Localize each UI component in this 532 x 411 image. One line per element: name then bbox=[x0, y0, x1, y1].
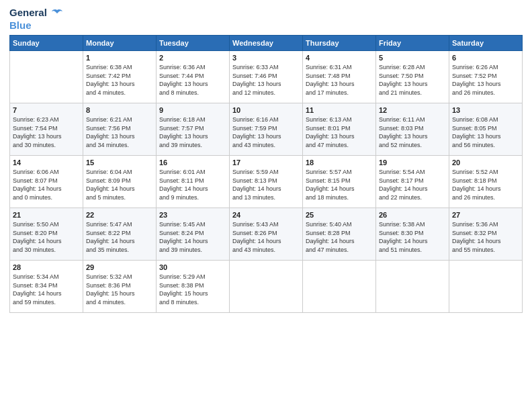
day-number: 18 bbox=[306, 158, 373, 167]
header: General Blue bbox=[9, 7, 523, 31]
day-number: 30 bbox=[159, 263, 226, 271]
day-number: 23 bbox=[159, 211, 226, 219]
cell-w2d3: 17Sunrise: 5:59 AM Sunset: 8:13 PM Dayli… bbox=[230, 156, 303, 208]
cell-w2d6: 20Sunrise: 5:52 AM Sunset: 8:18 PM Dayli… bbox=[449, 156, 523, 208]
day-info: Sunrise: 6:33 AM Sunset: 7:46 PM Dayligh… bbox=[232, 63, 300, 97]
day-info: Sunrise: 5:43 AM Sunset: 8:26 PM Dayligh… bbox=[232, 220, 300, 254]
day-info: Sunrise: 6:08 AM Sunset: 8:05 PM Dayligh… bbox=[452, 116, 519, 149]
cell-w4d0: 28Sunrise: 5:34 AM Sunset: 8:34 PM Dayli… bbox=[10, 261, 83, 313]
cell-w1d2: 9Sunrise: 6:18 AM Sunset: 7:57 PM Daylig… bbox=[157, 103, 230, 156]
day-info: Sunrise: 5:47 AM Sunset: 8:22 PM Dayligh… bbox=[86, 220, 153, 254]
cell-w4d5 bbox=[376, 261, 449, 313]
logo-bird-icon bbox=[51, 7, 63, 19]
cell-w1d5: 12Sunrise: 6:11 AM Sunset: 8:03 PM Dayli… bbox=[376, 103, 449, 156]
cell-w1d0: 7Sunrise: 6:23 AM Sunset: 7:54 PM Daylig… bbox=[10, 103, 83, 156]
day-number: 4 bbox=[306, 54, 373, 62]
day-info: Sunrise: 5:32 AM Sunset: 8:36 PM Dayligh… bbox=[86, 273, 153, 306]
cell-w0d3: 3Sunrise: 6:33 AM Sunset: 7:46 PM Daylig… bbox=[230, 51, 303, 103]
cell-w1d6: 13Sunrise: 6:08 AM Sunset: 8:05 PM Dayli… bbox=[449, 103, 523, 156]
day-info: Sunrise: 6:36 AM Sunset: 7:44 PM Dayligh… bbox=[159, 63, 226, 97]
cell-w0d1: 1Sunrise: 6:38 AM Sunset: 7:42 PM Daylig… bbox=[83, 51, 157, 103]
day-number: 8 bbox=[86, 106, 153, 114]
week-row-2: 7Sunrise: 6:23 AM Sunset: 7:54 PM Daylig… bbox=[10, 103, 523, 156]
day-number: 19 bbox=[379, 158, 446, 167]
cell-w1d4: 11Sunrise: 6:13 AM Sunset: 8:01 PM Dayli… bbox=[303, 103, 376, 156]
cell-w0d5: 5Sunrise: 6:28 AM Sunset: 7:50 PM Daylig… bbox=[376, 51, 449, 103]
day-info: Sunrise: 6:11 AM Sunset: 8:03 PM Dayligh… bbox=[379, 116, 446, 149]
day-number: 6 bbox=[452, 54, 519, 62]
day-number: 10 bbox=[232, 106, 300, 114]
day-info: Sunrise: 5:34 AM Sunset: 8:34 PM Dayligh… bbox=[13, 273, 80, 306]
day-number: 20 bbox=[452, 158, 519, 167]
cell-w2d4: 18Sunrise: 5:57 AM Sunset: 8:15 PM Dayli… bbox=[303, 156, 376, 208]
day-number: 13 bbox=[452, 106, 519, 114]
day-info: Sunrise: 6:16 AM Sunset: 7:59 PM Dayligh… bbox=[232, 116, 300, 149]
calendar-table: SundayMondayTuesdayWednesdayThursdayFrid… bbox=[9, 35, 523, 313]
day-number: 29 bbox=[86, 263, 153, 271]
day-info: Sunrise: 5:38 AM Sunset: 8:30 PM Dayligh… bbox=[379, 220, 446, 254]
week-row-3: 14Sunrise: 6:06 AM Sunset: 8:07 PM Dayli… bbox=[10, 156, 523, 208]
cell-w2d1: 15Sunrise: 6:04 AM Sunset: 8:09 PM Dayli… bbox=[83, 156, 157, 208]
header-row: SundayMondayTuesdayWednesdayThursdayFrid… bbox=[10, 36, 523, 51]
page: General Blue SundayMondayTuesdayWednesda… bbox=[0, 0, 532, 411]
day-number: 1 bbox=[86, 54, 153, 62]
day-info: Sunrise: 6:26 AM Sunset: 7:52 PM Dayligh… bbox=[452, 63, 519, 97]
cell-w2d0: 14Sunrise: 6:06 AM Sunset: 8:07 PM Dayli… bbox=[10, 156, 83, 208]
day-info: Sunrise: 6:28 AM Sunset: 7:50 PM Dayligh… bbox=[379, 63, 446, 97]
day-info: Sunrise: 5:59 AM Sunset: 8:13 PM Dayligh… bbox=[232, 168, 300, 201]
day-number: 21 bbox=[13, 211, 80, 219]
day-number: 27 bbox=[452, 211, 519, 219]
day-info: Sunrise: 5:45 AM Sunset: 8:24 PM Dayligh… bbox=[159, 220, 226, 254]
day-number: 25 bbox=[306, 211, 373, 219]
day-info: Sunrise: 6:23 AM Sunset: 7:54 PM Dayligh… bbox=[13, 116, 80, 149]
day-info: Sunrise: 6:13 AM Sunset: 8:01 PM Dayligh… bbox=[306, 116, 373, 149]
cell-w0d2: 2Sunrise: 6:36 AM Sunset: 7:44 PM Daylig… bbox=[157, 51, 230, 103]
day-info: Sunrise: 5:29 AM Sunset: 8:38 PM Dayligh… bbox=[159, 273, 226, 306]
col-header-saturday: Saturday bbox=[449, 36, 523, 51]
day-number: 15 bbox=[86, 158, 153, 167]
day-info: Sunrise: 5:57 AM Sunset: 8:15 PM Dayligh… bbox=[306, 168, 373, 201]
cell-w4d1: 29Sunrise: 5:32 AM Sunset: 8:36 PM Dayli… bbox=[83, 261, 157, 313]
day-info: Sunrise: 5:52 AM Sunset: 8:18 PM Dayligh… bbox=[452, 168, 519, 201]
day-number: 14 bbox=[13, 158, 80, 167]
cell-w3d4: 25Sunrise: 5:40 AM Sunset: 8:28 PM Dayli… bbox=[303, 208, 376, 261]
col-header-wednesday: Wednesday bbox=[230, 36, 303, 51]
cell-w4d6 bbox=[449, 261, 523, 313]
day-info: Sunrise: 6:01 AM Sunset: 8:11 PM Dayligh… bbox=[159, 168, 226, 201]
day-number: 24 bbox=[232, 211, 300, 219]
col-header-monday: Monday bbox=[83, 36, 157, 51]
cell-w2d5: 19Sunrise: 5:54 AM Sunset: 8:17 PM Dayli… bbox=[376, 156, 449, 208]
cell-w1d3: 10Sunrise: 6:16 AM Sunset: 7:59 PM Dayli… bbox=[230, 103, 303, 156]
cell-w4d2: 30Sunrise: 5:29 AM Sunset: 8:38 PM Dayli… bbox=[157, 261, 230, 313]
cell-w3d3: 24Sunrise: 5:43 AM Sunset: 8:26 PM Dayli… bbox=[230, 208, 303, 261]
day-number: 26 bbox=[379, 211, 446, 219]
day-info: Sunrise: 6:21 AM Sunset: 7:56 PM Dayligh… bbox=[86, 116, 153, 149]
cell-w2d2: 16Sunrise: 6:01 AM Sunset: 8:11 PM Dayli… bbox=[157, 156, 230, 208]
day-number: 16 bbox=[159, 158, 226, 167]
col-header-thursday: Thursday bbox=[303, 36, 376, 51]
day-info: Sunrise: 6:18 AM Sunset: 7:57 PM Dayligh… bbox=[159, 116, 226, 149]
day-info: Sunrise: 6:31 AM Sunset: 7:48 PM Dayligh… bbox=[306, 63, 373, 97]
day-number: 2 bbox=[159, 54, 226, 62]
week-row-4: 21Sunrise: 5:50 AM Sunset: 8:20 PM Dayli… bbox=[10, 208, 523, 261]
day-info: Sunrise: 6:38 AM Sunset: 7:42 PM Dayligh… bbox=[86, 63, 153, 97]
day-info: Sunrise: 6:04 AM Sunset: 8:09 PM Dayligh… bbox=[86, 168, 153, 201]
cell-w3d0: 21Sunrise: 5:50 AM Sunset: 8:20 PM Dayli… bbox=[10, 208, 83, 261]
week-row-5: 28Sunrise: 5:34 AM Sunset: 8:34 PM Dayli… bbox=[10, 261, 523, 313]
cell-w3d5: 26Sunrise: 5:38 AM Sunset: 8:30 PM Dayli… bbox=[376, 208, 449, 261]
col-header-friday: Friday bbox=[376, 36, 449, 51]
cell-w0d6: 6Sunrise: 6:26 AM Sunset: 7:52 PM Daylig… bbox=[449, 51, 523, 103]
cell-w4d4 bbox=[303, 261, 376, 313]
cell-w3d2: 23Sunrise: 5:45 AM Sunset: 8:24 PM Dayli… bbox=[157, 208, 230, 261]
cell-w3d1: 22Sunrise: 5:47 AM Sunset: 8:22 PM Dayli… bbox=[83, 208, 157, 261]
day-info: Sunrise: 5:36 AM Sunset: 8:32 PM Dayligh… bbox=[452, 220, 519, 254]
day-info: Sunrise: 5:54 AM Sunset: 8:17 PM Dayligh… bbox=[379, 168, 446, 201]
logo-line2: Blue bbox=[9, 19, 63, 31]
day-number: 11 bbox=[306, 106, 373, 114]
col-header-sunday: Sunday bbox=[10, 36, 83, 51]
cell-w3d6: 27Sunrise: 5:36 AM Sunset: 8:32 PM Dayli… bbox=[449, 208, 523, 261]
day-number: 17 bbox=[232, 158, 300, 167]
col-header-tuesday: Tuesday bbox=[157, 36, 230, 51]
cell-w4d3 bbox=[230, 261, 303, 313]
day-number: 9 bbox=[159, 106, 226, 114]
